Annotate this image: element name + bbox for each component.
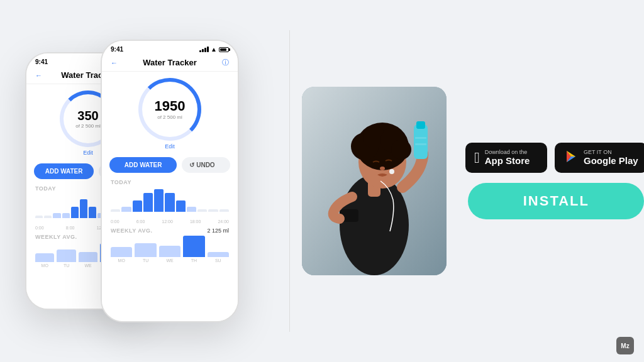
apple-icon: : [474, 150, 480, 165]
app-title-front: Water Tracker: [123, 58, 216, 67]
install-button[interactable]: INSTALL: [468, 183, 644, 219]
water-ring-front: 1950 of 2 500 ml: [138, 78, 201, 141]
play-icon: [564, 149, 579, 167]
store-buttons:  Download on the App Store: [465, 143, 644, 173]
add-water-btn-back[interactable]: ADD WATER: [34, 163, 94, 179]
bar-chart-front: [102, 187, 238, 218]
svg-rect-13: [415, 137, 426, 139]
svg-point-10: [380, 167, 385, 170]
muzli-logo: Mz: [616, 337, 634, 354]
svg-point-15: [389, 169, 394, 174]
chart-labels-front: 0:006:0012:0018:0024:00: [102, 218, 238, 225]
section-weekly-front: WEEKLY AVG.: [111, 228, 153, 234]
water-amount-front: 1950: [155, 99, 186, 113]
time-front: 9:41: [111, 46, 123, 53]
add-water-btn-front[interactable]: ADD WATER: [109, 157, 177, 173]
google-play-button[interactable]: GET IT ON Google Play: [555, 143, 644, 173]
btn-row-front: ADD WATER ↺ UNDO: [102, 153, 238, 177]
google-play-main-label: Google Play: [584, 155, 638, 167]
svg-rect-14: [415, 143, 426, 145]
app-store-sub-label: Download on the: [485, 150, 530, 155]
phone-front: 9:41 ▲ ← Water Tracker ⓘ 1950: [101, 40, 239, 322]
app-store-main-label: App Store: [485, 155, 530, 167]
google-play-sub-label: GET IT ON: [584, 150, 638, 155]
back-arrow-icon-front: ←: [111, 59, 123, 67]
status-bar-front: 9:41 ▲: [102, 41, 238, 55]
water-edit-front[interactable]: Edit: [165, 143, 175, 150]
wifi-icon-front: ▲: [211, 46, 217, 53]
divider: [289, 30, 290, 332]
app-store-button[interactable]:  Download on the App Store: [465, 143, 547, 173]
svg-rect-12: [416, 121, 425, 129]
weekly-avg-value: 2 125 ml: [207, 228, 229, 234]
google-play-text: GET IT ON Google Play: [584, 150, 638, 167]
phones-section: 9:41 ▲ ← Water Tracker ⓘ 350: [0, 0, 289, 362]
cta-section:  Download on the App Store: [465, 143, 644, 219]
weekly-chart-front: MO TU WE TH SU: [102, 234, 238, 270]
info-icon-front: ⓘ: [216, 58, 229, 67]
time-back: 9:41: [35, 58, 48, 65]
undo-icon-front: ↺: [189, 162, 194, 168]
right-section:  Download on the App Store: [289, 0, 644, 362]
app-store-text: Download on the App Store: [485, 150, 530, 167]
back-arrow-icon: ←: [35, 72, 48, 79]
water-amount-back: 350: [77, 109, 98, 122]
page-container: 9:41 ▲ ← Water Tracker ⓘ 350: [0, 0, 644, 362]
status-icons-front: ▲: [199, 46, 229, 53]
water-circle-front: 1950 of 2 500 ml Edit: [102, 72, 238, 153]
battery-icon-front: [219, 47, 229, 52]
undo-btn-front[interactable]: ↺ UNDO: [182, 157, 230, 173]
app-header-front: ← Water Tracker ⓘ: [102, 55, 238, 72]
svg-rect-11: [414, 124, 428, 159]
person-photo: [302, 87, 447, 275]
water-unit-front: of 2 500 ml: [157, 114, 182, 120]
water-edit-back[interactable]: Edit: [83, 150, 93, 156]
section-today-front: TODAY: [102, 177, 238, 187]
svg-point-9: [391, 140, 411, 160]
water-unit-back: of 2 500 ml: [75, 123, 101, 129]
